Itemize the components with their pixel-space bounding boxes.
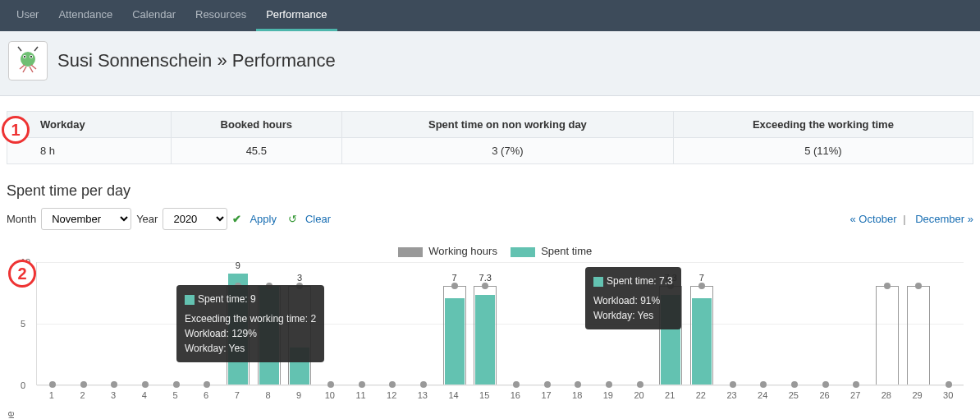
apply-link[interactable]: Apply — [250, 213, 277, 225]
x-tick: 17 — [541, 390, 551, 400]
svg-line-6 — [34, 47, 38, 51]
avatar — [8, 41, 48, 81]
year-label: Year — [136, 213, 158, 225]
clear-link[interactable]: Clear — [305, 213, 331, 225]
summary-table: WorkdayBooked hoursSpent time on non wor… — [7, 111, 973, 164]
nav-resources[interactable]: Resources — [185, 0, 256, 31]
value-label: 7.3 — [479, 273, 492, 283]
spent-time-bar[interactable] — [475, 295, 495, 385]
summary-cell: 45.5 — [171, 138, 341, 164]
apply-icon: ✔ — [232, 213, 241, 225]
filter-bar: Month November Year 2020 ✔ Apply ↺ Clear… — [7, 208, 973, 230]
x-tick: 11 — [355, 390, 365, 400]
legend-swatch-spent — [511, 247, 535, 257]
nav-attendance[interactable]: Attendance — [48, 0, 122, 31]
working-hours-point — [884, 283, 891, 289]
value-label: 3 — [297, 273, 302, 283]
month-label: Month — [7, 213, 36, 225]
page-title: Susi Sonnenschein » Performance — [57, 50, 336, 71]
x-tick: 18 — [572, 390, 582, 400]
clear-icon: ↺ — [288, 213, 297, 225]
x-axis: 1234567891011121314151617181920212223242… — [36, 385, 964, 402]
x-tick: 8 — [265, 390, 270, 400]
summary-header: Spent time on non working day — [342, 112, 674, 138]
x-tick: 29 — [912, 390, 922, 400]
x-tick: 20 — [634, 390, 643, 400]
chart-plot: Spent time: 9 Exceeding the working time… — [36, 262, 964, 385]
nav-calendar[interactable]: Calendar — [122, 0, 185, 31]
working-hours-bar — [876, 286, 899, 384]
x-tick: 25 — [789, 390, 799, 400]
year-select[interactable]: 2020 — [163, 208, 227, 230]
summary-cell: 3 (7%) — [342, 138, 674, 164]
working-hours-point — [698, 283, 705, 289]
value-label: 7 — [699, 273, 704, 283]
month-select[interactable]: November — [41, 208, 131, 230]
callout-2: 2 — [8, 260, 36, 288]
value-label: 7 — [451, 273, 456, 283]
summary-header: Booked hours — [171, 112, 341, 138]
x-tick: 30 — [943, 390, 953, 400]
x-tick: 3 — [111, 390, 116, 400]
section-title: Spent time per day — [7, 182, 973, 200]
summary-cell: 5 (11%) — [673, 138, 973, 164]
callout-1: 1 — [2, 116, 30, 144]
x-tick: 4 — [142, 390, 147, 400]
svg-point-4 — [30, 56, 32, 58]
legend-swatch-working — [398, 247, 423, 257]
x-tick: 7 — [235, 390, 240, 400]
tooltip-day-7: Spent time: 9 Exceeding the working time… — [176, 285, 324, 362]
x-tick: 23 — [726, 390, 736, 400]
x-tick: 5 — [172, 390, 177, 400]
summary-header: Exceeding the working time — [673, 112, 973, 138]
x-tick: 9 — [296, 390, 301, 400]
prev-month-link[interactable]: « October — [849, 213, 896, 225]
svg-point-0 — [21, 52, 35, 67]
nav-user[interactable]: User — [7, 0, 48, 31]
legend-label-working: Working hours — [428, 245, 497, 257]
summary-cell: 8 h — [7, 138, 172, 164]
x-tick: 1 — [49, 390, 54, 400]
x-tick: 6 — [204, 390, 208, 400]
x-tick: 21 — [665, 390, 675, 400]
svg-point-3 — [24, 56, 25, 58]
x-tick: 12 — [387, 390, 396, 400]
x-tick: 13 — [418, 390, 428, 400]
chart-legend: Working hours Spent time — [7, 245, 973, 257]
working-hours-point — [451, 283, 458, 289]
x-tick: 26 — [819, 390, 829, 400]
spent-time-bar[interactable] — [692, 298, 712, 384]
x-tick: 16 — [511, 390, 520, 400]
x-tick: 19 — [603, 390, 613, 400]
value-label: 9 — [236, 260, 240, 270]
x-tick: 27 — [850, 390, 860, 400]
x-tick: 10 — [325, 390, 335, 400]
x-tick: 22 — [696, 390, 706, 400]
x-tick: 28 — [882, 390, 891, 400]
nav-performance[interactable]: Performance — [256, 0, 337, 31]
summary-header: Workday — [7, 112, 172, 138]
working-hours-point — [915, 283, 922, 289]
spent-time-bar[interactable] — [445, 298, 465, 384]
x-tick: 14 — [448, 390, 458, 400]
tooltip-day-21: Spent time: 7.3 Workload: 91% Workday: Y… — [585, 267, 681, 329]
y-axis-label: Spent time — [5, 412, 16, 418]
x-tick: 2 — [80, 390, 85, 400]
page-header: Susi Sonnenschein » Performance — [0, 31, 980, 96]
x-tick: 15 — [479, 390, 489, 400]
svg-line-5 — [18, 47, 21, 51]
legend-label-spent: Spent time — [541, 245, 592, 257]
next-month-link[interactable]: December » — [915, 213, 973, 225]
x-tick: 24 — [758, 390, 767, 400]
date-sep: | — [903, 213, 905, 225]
working-hours-point — [482, 283, 488, 289]
top-nav: UserAttendanceCalendarResourcesPerforman… — [0, 0, 980, 31]
working-hours-bar — [907, 286, 930, 384]
